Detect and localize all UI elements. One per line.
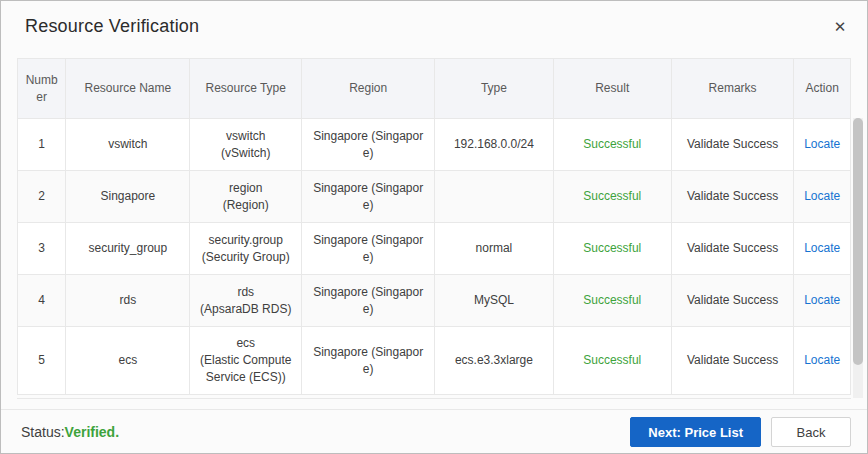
cell-number: 3 [38, 241, 45, 255]
table-header: NumberResource NameResource TypeRegionTy… [17, 58, 851, 119]
cell-result: Successful [583, 189, 641, 203]
cell-result: Successful [583, 293, 641, 307]
footer-buttons: Next: Price List Back [630, 417, 851, 447]
table-row: 1 vswitch vswitch (vSwitch) Singapore (S… [18, 119, 851, 171]
cell-number: 4 [38, 293, 45, 307]
locate-link[interactable]: Locate [804, 241, 840, 255]
table-row: 2 Singapore region (Region) Singapore (S… [18, 171, 851, 223]
cell-resource-type: rds (ApsaraDB RDS) [200, 285, 291, 316]
dialog-footer: Status:Verified. Next: Price List Back [1, 409, 867, 454]
locate-link[interactable]: Locate [804, 189, 840, 203]
cell-remarks: Validate Success [687, 353, 778, 367]
back-button[interactable]: Back [771, 417, 851, 447]
cell-region: Singapore (Singapore) [313, 345, 423, 376]
cell-result: Successful [583, 137, 641, 151]
cell-remarks: Validate Success [687, 189, 778, 203]
next-price-list-button[interactable]: Next: Price List [630, 417, 761, 447]
verification-table: NumberResource NameResource TypeRegionTy… [17, 58, 863, 399]
table-scrollbar[interactable] [853, 118, 863, 398]
table-body-viewport: 1 vswitch vswitch (vSwitch) Singapore (S… [17, 119, 851, 399]
cell-remarks: Validate Success [687, 241, 778, 255]
cell-result: Successful [583, 353, 641, 367]
close-icon[interactable]: ✕ [830, 17, 850, 37]
cell-region: Singapore (Singapore) [313, 285, 423, 316]
cell-resource-type: vswitch (vSwitch) [221, 129, 270, 160]
cell-result: Successful [583, 241, 641, 255]
cell-type: normal [476, 241, 513, 255]
cell-number: 1 [38, 137, 45, 151]
column-header-remarks: Remarks [671, 59, 793, 119]
cell-resource-name: vswitch [108, 137, 147, 151]
cell-type: 192.168.0.0/24 [454, 137, 534, 151]
status-text: Status:Verified. [21, 424, 119, 440]
cell-remarks: Validate Success [687, 137, 778, 151]
table-header-row: NumberResource NameResource TypeRegionTy… [18, 59, 851, 119]
cell-region: Singapore (Singapore) [313, 233, 423, 264]
status-label: Status: [21, 424, 65, 440]
column-header-resource-name: Resource Name [66, 59, 190, 119]
scrollbar-thumb[interactable] [853, 118, 863, 365]
cell-region: Singapore (Singapore) [313, 129, 423, 160]
page-title: Resource Verification [25, 16, 199, 37]
status-value: Verified. [65, 424, 119, 440]
cell-remarks: Validate Success [687, 293, 778, 307]
resource-verification-dialog: Resource Verification ✕ NumberResource N… [0, 0, 868, 454]
column-header-region: Region [302, 59, 435, 119]
column-header-result: Result [553, 59, 671, 119]
cell-resource-name: Singapore [101, 189, 156, 203]
cell-type: MySQL [474, 293, 514, 307]
locate-link[interactable]: Locate [804, 137, 840, 151]
cell-number: 5 [38, 353, 45, 367]
locate-link[interactable]: Locate [804, 353, 840, 367]
cell-resource-type: security.group (Security Group) [202, 233, 290, 264]
column-header-number: Number [18, 59, 66, 119]
table-row: 4 rds rds (ApsaraDB RDS) Singapore (Sing… [18, 275, 851, 327]
cell-resource-name: security_group [89, 241, 168, 255]
column-header-type: Type [435, 59, 553, 119]
cell-resource-type: region (Region) [223, 181, 269, 212]
cell-resource-name: rds [120, 293, 137, 307]
cell-resource-type: ecs (Elastic Compute Service (ECS)) [200, 336, 291, 384]
cell-type: ecs.e3.3xlarge [455, 353, 533, 367]
column-header-resource-type: Resource Type [190, 59, 302, 119]
dialog-header: Resource Verification ✕ [1, 1, 867, 58]
table-body: 1 vswitch vswitch (vSwitch) Singapore (S… [18, 119, 851, 395]
table-row: 3 security_group security.group (Securit… [18, 223, 851, 275]
cell-number: 2 [38, 189, 45, 203]
cell-resource-name: ecs [119, 353, 138, 367]
locate-link[interactable]: Locate [804, 293, 840, 307]
cell-region: Singapore (Singapore) [313, 181, 423, 212]
table-row: 5 ecs ecs (Elastic Compute Service (ECS)… [18, 327, 851, 395]
column-header-action: Action [794, 59, 851, 119]
